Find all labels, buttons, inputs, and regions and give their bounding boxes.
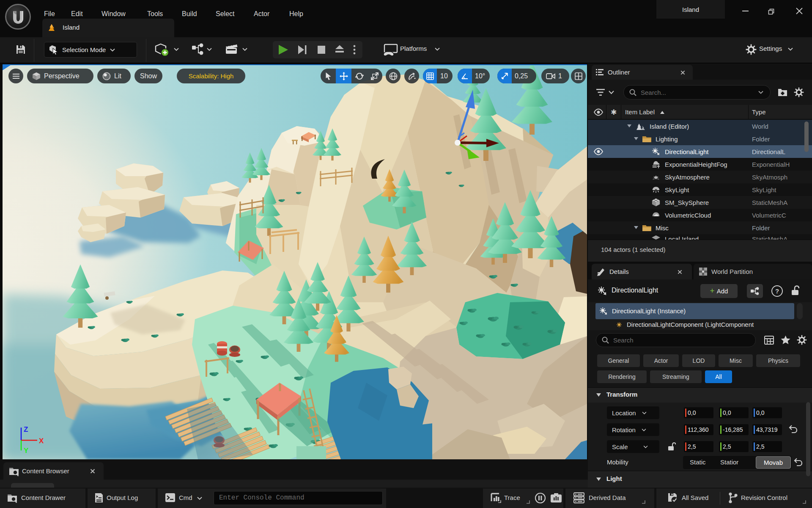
svg-text:X: X (39, 437, 44, 445)
svg-text:Y: Y (24, 447, 29, 455)
svg-text:?: ? (775, 287, 779, 295)
svg-text:Z: Z (24, 425, 28, 433)
